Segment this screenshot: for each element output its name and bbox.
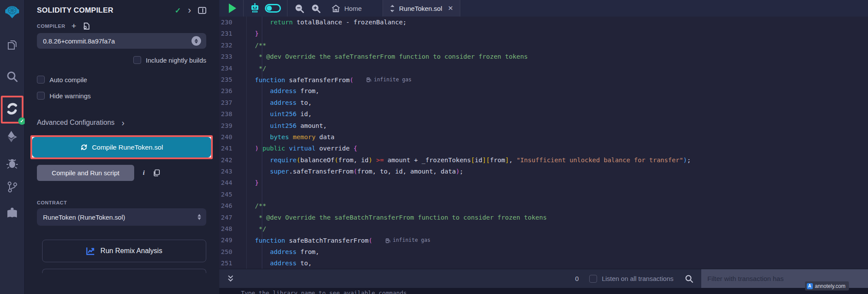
code-line: 251 address to, <box>219 257 868 269</box>
watermark: A annotely.com <box>805 281 849 291</box>
line-number: 234 <box>219 63 239 74</box>
compiler-version-select[interactable]: 0.8.26+commit.8a97fa7a <box>37 33 206 49</box>
line-number: 241 <box>219 143 239 154</box>
chevron-right-icon: › <box>122 118 206 127</box>
code-line: 240 bytes memory data <box>219 131 868 143</box>
learneth-icon[interactable] <box>5 206 19 220</box>
contract-select[interactable]: RuneToken (RuneToken.sol) <box>37 208 206 226</box>
line-number: 239 <box>219 120 239 131</box>
tab-home[interactable]: Home <box>331 4 362 13</box>
home-icon <box>331 4 340 13</box>
line-number: 245 <box>219 189 239 200</box>
compile-annotation-box: Compile RuneToken.sol <box>30 135 213 159</box>
line-number: 237 <box>219 97 239 108</box>
gas-estimate-annotation: infinite gas <box>366 74 412 85</box>
remix-ide-app: ✓ SOLIDITY COMPILER ✓ › COMPILER + <box>0 0 868 294</box>
run-script-button[interactable] <box>229 3 236 13</box>
code-line: 242 require(balanceOf(from, id) >= amoun… <box>219 154 868 166</box>
code-line: 236 address from, <box>219 85 868 97</box>
advanced-configurations-toggle[interactable]: Advanced Configurations › <box>37 118 206 127</box>
compiler-annotation-box: ✓ <box>1 96 23 124</box>
code-line: 237 address to, <box>219 97 868 108</box>
ai-assistant-icon[interactable] <box>249 3 261 13</box>
code-line: 248 */ <box>219 223 868 234</box>
solidity-file-icon <box>389 5 395 12</box>
code-line: 232 /** <box>219 40 868 51</box>
terminal-hint-text: Type the library name to see available c… <box>241 288 410 294</box>
line-number: 246 <box>219 200 239 211</box>
line-number: 235 <box>219 74 239 85</box>
gas-estimate-annotation: infinite gas <box>386 234 431 246</box>
refresh-icon <box>80 144 88 151</box>
code-line: 246 /** <box>219 200 868 211</box>
remix-logo-icon[interactable] <box>3 3 22 23</box>
editor-toolbar: Home RuneToken.sol ✕ <box>219 0 868 17</box>
line-number: 250 <box>219 246 239 257</box>
select-arrows-icon <box>191 36 201 46</box>
code-line: 235 function safeTransferFrom(infinite g… <box>219 74 868 85</box>
line-number: 244 <box>219 177 239 188</box>
pin-panel-icon[interactable] <box>198 7 206 14</box>
deploy-run-icon[interactable] <box>5 130 19 144</box>
import-compiler-icon[interactable] <box>83 22 90 30</box>
debugger-icon[interactable] <box>5 157 19 170</box>
line-number: 236 <box>219 85 239 97</box>
file-explorer-icon[interactable] <box>5 38 19 52</box>
line-number: 251 <box>219 257 239 269</box>
select-arrows-icon <box>198 214 201 220</box>
hide-warnings-checkbox[interactable] <box>37 92 45 100</box>
close-tab-icon[interactable]: ✕ <box>448 4 453 12</box>
code-editor[interactable]: 230 return totalBalance - frozenBalance;… <box>219 17 868 269</box>
hide-warnings-label: Hide warnings <box>50 92 91 100</box>
terminal-hint-row: Type the library name to see available c… <box>219 288 868 294</box>
line-number: 231 <box>219 28 239 39</box>
code-line: 238 uint256 id, <box>219 108 868 120</box>
zoom-in-icon[interactable] <box>311 3 321 13</box>
tab-runetoken-sol[interactable]: RuneToken.sol ✕ <box>383 0 460 17</box>
add-compiler-icon[interactable]: + <box>72 22 76 30</box>
expand-terminal-icon[interactable] <box>227 275 234 282</box>
code-line: 245 <box>219 189 868 200</box>
file-tab-label: RuneToken.sol <box>399 5 442 12</box>
search-icon[interactable] <box>5 70 19 84</box>
solidity-compiler-panel: SOLIDITY COMPILER ✓ › COMPILER + 0.8.26+… <box>25 0 219 294</box>
activity-bar: ✓ <box>0 0 25 294</box>
compiler-section-label: COMPILER <box>37 23 66 29</box>
line-number: 238 <box>219 108 239 120</box>
line-number: 243 <box>219 166 239 177</box>
compile-button[interactable]: Compile RuneToken.sol <box>32 137 211 157</box>
code-line: 230 return totalBalance - frozenBalance; <box>219 17 868 28</box>
terminal-search-icon[interactable] <box>685 274 693 283</box>
copy-icon[interactable] <box>153 169 160 177</box>
info-icon[interactable]: i <box>143 169 145 177</box>
terminal-bar: 0 Listen on all transactions <box>219 269 868 288</box>
git-icon[interactable] <box>5 180 19 194</box>
line-number: 230 <box>219 17 239 28</box>
solidity-compiler-icon[interactable]: ✓ <box>3 97 22 122</box>
line-number: 232 <box>219 40 239 51</box>
run-remix-analysis-button[interactable]: Run Remix Analysis <box>42 240 206 262</box>
line-number: 248 <box>219 223 239 234</box>
compile-success-check-icon: ✓ <box>175 6 181 15</box>
code-line: 241 ) public virtual override { <box>219 143 868 154</box>
nightly-builds-checkbox[interactable] <box>133 56 141 64</box>
nightly-builds-label: Include nightly builds <box>146 57 206 64</box>
zoom-out-icon[interactable] <box>294 3 304 13</box>
contract-section-label: CONTRACT <box>37 200 206 205</box>
terminal: 0 Listen on all transactions Type the li… <box>219 269 868 294</box>
code-line: 243 super.safeTransferFrom(from, to, id,… <box>219 166 868 177</box>
line-number: 242 <box>219 154 239 166</box>
listen-all-transactions-checkbox[interactable] <box>589 275 597 283</box>
cutoff-button[interactable] <box>42 269 206 273</box>
line-number: 247 <box>219 212 239 223</box>
remix-logo <box>3 4 21 22</box>
listen-all-transactions-label: Listen on all transactions <box>602 275 673 282</box>
ai-toggle-switch[interactable] <box>265 4 281 13</box>
chevron-right-icon[interactable]: › <box>188 6 191 15</box>
watermark-logo: A <box>807 283 813 289</box>
compiler-version-value: 0.8.26+commit.8a97fa7a <box>43 37 191 45</box>
compile-and-run-button[interactable]: Compile and Run script <box>37 165 134 181</box>
auto-compile-checkbox[interactable] <box>37 76 45 84</box>
code-line: 231 } <box>219 28 868 39</box>
line-number: 249 <box>219 234 239 246</box>
